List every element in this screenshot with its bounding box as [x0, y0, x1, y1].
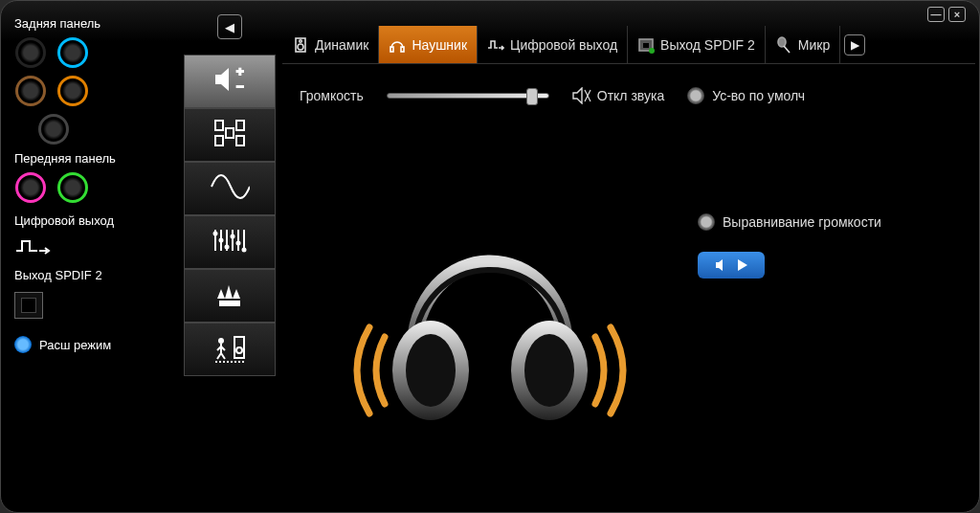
tab-label: Цифровой выход: [510, 37, 617, 53]
volplus-icon: +−: [210, 63, 250, 100]
headphones-illustration: [346, 193, 634, 442]
forest-icon: [210, 278, 250, 314]
mute-label: Откл звука: [597, 88, 664, 103]
jack-front-2[interactable]: [56, 171, 89, 204]
mute-button[interactable]: Откл звука: [572, 87, 664, 104]
svg-point-12: [225, 245, 230, 250]
spdif-icon: [637, 36, 655, 54]
svg-rect-26: [390, 47, 393, 52]
nav-column: ◀ +−: [177, 5, 282, 508]
nav-eq-button[interactable]: [184, 215, 276, 269]
svg-rect-29: [643, 43, 649, 48]
nav-speakers-button[interactable]: [184, 108, 276, 162]
radio-icon: [698, 213, 715, 231]
tab-label: Динамик: [315, 37, 368, 53]
nav-back-button[interactable]: ◀: [217, 14, 242, 39]
svg-point-10: [219, 238, 224, 243]
svg-point-34: [406, 334, 456, 407]
svg-point-22: [236, 347, 242, 353]
loudness-radio[interactable]: Выравнивание громкости: [698, 213, 975, 231]
svg-point-25: [300, 39, 302, 42]
jack-rear-5[interactable]: [37, 113, 70, 145]
default-device-radio[interactable]: Ус-во по умолч: [687, 87, 805, 104]
svg-rect-27: [401, 47, 404, 52]
default-device-label: Ус-во по умолч: [712, 88, 805, 103]
svg-point-36: [524, 334, 574, 407]
svg-point-18: [242, 248, 247, 253]
multispk-icon: [210, 117, 250, 153]
extended-mode-icon: [14, 336, 32, 353]
jack-front-1[interactable]: [14, 171, 47, 204]
spdif-port-icon[interactable]: [14, 292, 43, 319]
jack-rear-4[interactable]: [56, 75, 89, 107]
svg-rect-2: [215, 121, 223, 130]
extended-mode-label: Расш режим: [39, 338, 111, 352]
svg-point-20: [218, 338, 224, 344]
nav-volume-button[interactable]: +−: [184, 55, 276, 108]
tab-label: Выход SPDIF 2: [660, 37, 755, 53]
tab-label: Наушник: [412, 37, 467, 53]
volume-label: Громкость: [300, 88, 364, 103]
digital-icon: [487, 36, 504, 54]
svg-point-8: [213, 232, 218, 236]
digital-out-icon[interactable]: [14, 237, 167, 258]
tab-speaker[interactable]: Динамик: [282, 26, 379, 63]
nav-env-button[interactable]: [184, 269, 276, 323]
svg-rect-4: [215, 136, 223, 145]
mic-icon: [775, 36, 792, 54]
svg-point-24: [298, 44, 303, 50]
sine-icon: [210, 170, 250, 207]
svg-point-16: [236, 241, 241, 246]
svg-rect-5: [236, 136, 244, 145]
svg-rect-19: [219, 301, 240, 306]
tab-mic[interactable]: Микр: [766, 26, 840, 63]
tabs-scroll-right[interactable]: ▶: [844, 34, 865, 56]
play-preview-button[interactable]: [698, 252, 765, 279]
svg-point-30: [649, 48, 655, 54]
mute-icon: [572, 87, 591, 104]
loudness-label: Выравнивание громкости: [723, 214, 881, 230]
svg-point-31: [778, 37, 786, 47]
room-icon: [210, 331, 250, 368]
tab-digital[interactable]: Цифровой выход: [478, 26, 628, 63]
speaker-icon: [292, 36, 309, 54]
nav-room-button[interactable]: [184, 323, 276, 376]
svg-point-14: [231, 234, 235, 239]
extended-mode-toggle[interactable]: Расш режим: [14, 336, 167, 353]
nav-wave-button[interactable]: [184, 162, 276, 215]
rear-panel-label: Задняя панель: [14, 16, 171, 31]
tab-headphone[interactable]: Наушник: [379, 26, 478, 63]
tab-spdif2[interactable]: Выход SPDIF 2: [628, 26, 766, 63]
volume-slider[interactable]: [387, 93, 549, 99]
svg-text:+: +: [236, 64, 244, 78]
spdif-label: Выход SPDIF 2: [14, 268, 167, 282]
digital-out-label: Цифровой выход: [14, 213, 167, 228]
jack-rear-1[interactable]: [14, 36, 47, 69]
svg-rect-3: [236, 121, 244, 130]
jack-rear-3[interactable]: [14, 75, 47, 107]
connector-panel: Задняя панель Передняя панель Цифровой в…: [5, 5, 177, 508]
svg-line-32: [784, 46, 790, 53]
svg-text:−: −: [236, 79, 244, 94]
equalizer-icon: [210, 224, 250, 260]
tab-label: Микр: [798, 37, 830, 53]
svg-rect-6: [226, 128, 234, 138]
jack-rear-2[interactable]: [56, 36, 89, 69]
play-icon: [738, 259, 747, 271]
front-panel-label: Передняя панель: [14, 151, 171, 166]
radio-icon: [687, 87, 704, 104]
sound-icon: [715, 258, 730, 272]
device-tabs: ДинамикНаушникЦифровой выходВыход SPDIF …: [282, 26, 975, 64]
headphone-icon: [389, 36, 406, 54]
